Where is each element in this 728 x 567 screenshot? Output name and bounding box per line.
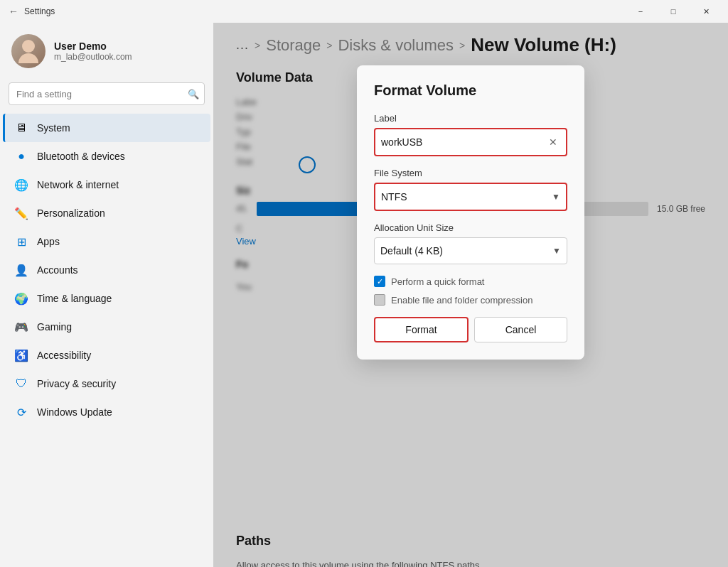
sidebar-item-label-network: Network & internet [37,179,119,190]
nav-list: 🖥 System ● Bluetooth & devices 🌐 Network… [0,114,213,426]
user-email: m_lab@outlook.com [54,52,132,62]
sidebar-item-label-privacy: Privacy & security [37,378,116,389]
close-button[interactable]: ✕ [690,0,722,23]
dialog-buttons: Format Cancel [374,317,567,342]
dialog-allocation-label: Allocation Unit Size [374,222,567,233]
system-icon: 🖥 [14,121,28,135]
format-button[interactable]: Format [374,317,469,342]
sidebar-item-bluetooth[interactable]: ● Bluetooth & devices [3,142,210,171]
compression-checkbox[interactable] [374,294,385,306]
sidebar-item-personalization[interactable]: ✏️ Personalization [3,199,210,227]
sidebar-item-label-accounts: Accounts [37,264,78,276]
sidebar-item-label-time: Time & language [37,293,112,304]
personalization-icon: ✏️ [14,206,28,220]
dialog-label-field-label: Label [374,113,567,124]
maximize-button[interactable]: □ [657,0,690,23]
apps-icon: ⊞ [14,234,28,249]
search-icon: 🔍 [188,89,199,99]
network-icon: 🌐 [14,178,28,192]
content-area: ... > Storage > Disks & volumes > New Vo… [213,23,728,567]
sidebar-item-system[interactable]: 🖥 System [3,114,210,142]
dialog-fs-select[interactable]: NTFS FAT32 exFAT [381,184,552,210]
sidebar-item-gaming[interactable]: 🎮 Gaming [3,313,210,341]
dialog-allocation-chevron-icon: ▼ [552,246,561,256]
sidebar-item-network[interactable]: 🌐 Network & internet [3,171,210,199]
back-icon[interactable]: ← [9,6,18,17]
dialog-fs-label: File System [374,168,567,178]
user-info: User Demo m_lab@outlook.com [54,40,132,62]
sidebar-item-label-system: System [37,122,70,134]
cancel-button[interactable]: Cancel [474,317,567,342]
user-name: User Demo [54,40,132,52]
search-box: 🔍 [9,82,205,105]
avatar [11,34,46,68]
format-volume-dialog: Format Volume Label ✕ File System NTFS F… [357,65,584,360]
app-container: User Demo m_lab@outlook.com 🔍 🖥 System ●… [0,23,728,567]
titlebar-controls: − □ ✕ [624,0,722,23]
quick-format-label: Perform a quick format [391,276,485,287]
minimize-button[interactable]: − [624,0,657,23]
app-title: Settings [24,6,55,16]
windows-update-icon: ⟳ [14,405,28,419]
sidebar-item-accessibility[interactable]: ♿ Accessibility [3,341,210,369]
privacy-icon: 🛡 [14,377,28,391]
sidebar-item-label-gaming: Gaming [37,321,72,333]
accessibility-icon: ♿ [14,348,28,362]
sidebar-item-label-apps: Apps [37,236,60,247]
search-input[interactable] [9,82,205,105]
accounts-icon: 👤 [14,263,28,277]
dialog-label-input-wrap: ✕ [374,128,567,156]
dialog-label-input[interactable] [381,129,546,155]
sidebar-item-time[interactable]: 🌍 Time & language [3,284,210,313]
sidebar-item-apps[interactable]: ⊞ Apps [3,227,210,256]
quick-format-checkbox[interactable] [374,276,385,287]
dialog-overlay: Format Volume Label ✕ File System NTFS F… [213,23,728,567]
dialog-title: Format Volume [374,82,567,99]
time-icon: 🌍 [14,291,28,306]
compression-row: Enable file and folder compression [374,294,567,306]
dialog-allocation-select-wrap: Default (4 KB) 512 bytes 1024 bytes 2048… [374,237,567,264]
dialog-fs-chevron-icon: ▼ [552,192,560,202]
user-profile[interactable]: User Demo m_lab@outlook.com [0,23,213,82]
sidebar-item-privacy[interactable]: 🛡 Privacy & security [3,369,210,398]
compression-label: Enable file and folder compression [391,295,532,306]
dialog-label-clear-icon[interactable]: ✕ [546,135,560,149]
sidebar-item-windows-update[interactable]: ⟳ Windows Update [3,398,210,426]
sidebar-item-label-accessibility: Accessibility [37,350,91,361]
dialog-allocation-select[interactable]: Default (4 KB) 512 bytes 1024 bytes 2048… [380,238,552,264]
dialog-fs-select-wrap: NTFS FAT32 exFAT ▼ [374,183,567,211]
titlebar-left: ← Settings [9,6,55,17]
quick-format-row: Perform a quick format [374,276,567,287]
bluetooth-icon: ● [14,149,28,163]
sidebar: User Demo m_lab@outlook.com 🔍 🖥 System ●… [0,23,213,567]
gaming-icon: 🎮 [14,320,28,334]
sidebar-item-label-bluetooth: Bluetooth & devices [37,151,125,162]
sidebar-item-label-windows-update: Windows Update [37,406,112,418]
sidebar-item-accounts[interactable]: 👤 Accounts [3,256,210,284]
titlebar: ← Settings − □ ✕ [0,0,728,23]
sidebar-item-label-personalization: Personalization [37,207,105,219]
